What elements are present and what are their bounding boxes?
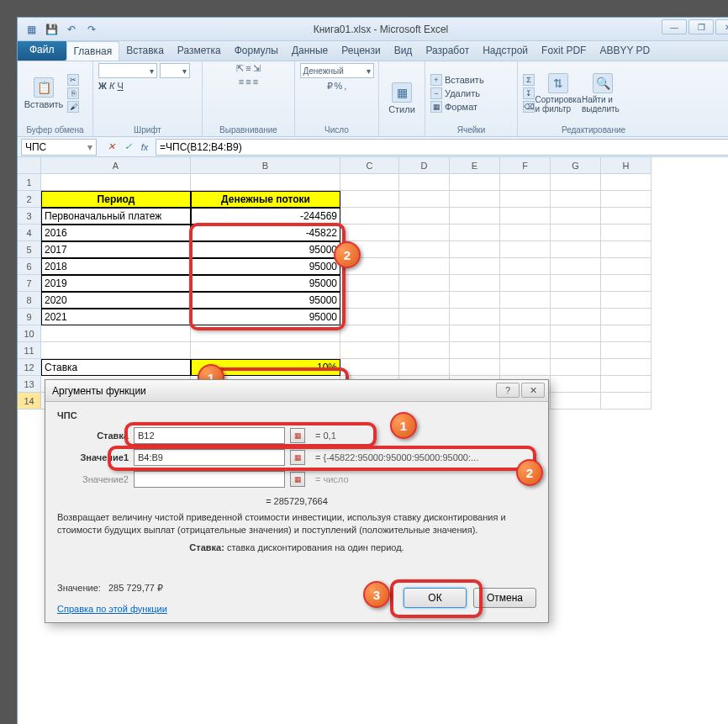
- col-header-C[interactable]: C: [340, 157, 399, 174]
- cell[interactable]: [601, 359, 652, 376]
- cell[interactable]: 95000: [191, 309, 340, 325]
- cell[interactable]: 95000: [191, 275, 340, 292]
- row-header-3[interactable]: 3: [18, 208, 41, 225]
- dialog-help-link[interactable]: Справка по этой функции: [57, 604, 167, 614]
- col-header-B[interactable]: B: [191, 157, 340, 174]
- cell[interactable]: [450, 241, 500, 258]
- cell[interactable]: [450, 342, 500, 359]
- row-header-2[interactable]: 2: [18, 191, 41, 208]
- cell[interactable]: [450, 275, 500, 292]
- cancel-button[interactable]: Отмена: [473, 588, 536, 608]
- col-header-A[interactable]: A: [41, 157, 191, 174]
- align-right-icon[interactable]: ≡: [253, 77, 258, 87]
- sort-filter-button[interactable]: ⇅Сортировка и фильтр: [537, 73, 579, 114]
- cell[interactable]: [399, 309, 450, 325]
- cell[interactable]: [601, 393, 652, 410]
- cell[interactable]: [551, 325, 601, 342]
- row-header-1[interactable]: 1: [18, 174, 41, 191]
- value1-picker-icon[interactable]: ▦: [290, 450, 305, 465]
- tab-data[interactable]: Данные: [285, 41, 335, 61]
- row-header-9[interactable]: 9: [18, 309, 41, 325]
- dialog-titlebar[interactable]: Аргументы функции ? ✕: [45, 380, 548, 402]
- cell[interactable]: -244569: [191, 208, 340, 225]
- fill-button[interactable]: ↧: [523, 87, 535, 99]
- cell[interactable]: [450, 359, 500, 376]
- font-size-combo[interactable]: ▾: [160, 63, 190, 78]
- close-button[interactable]: ✕: [715, 19, 728, 34]
- cell[interactable]: [500, 359, 551, 376]
- cell[interactable]: [601, 342, 652, 359]
- format-painter-button[interactable]: 🖌: [67, 101, 79, 113]
- cell[interactable]: [601, 241, 652, 258]
- value2-picker-icon[interactable]: ▦: [290, 472, 305, 487]
- copy-button[interactable]: ⎘: [67, 87, 79, 99]
- row-header-6[interactable]: 6: [18, 258, 41, 275]
- tab-home[interactable]: Главная: [66, 41, 120, 61]
- file-tab[interactable]: Файл: [18, 41, 66, 61]
- insert-cells-button[interactable]: +Вставить: [430, 74, 484, 86]
- currency-icon[interactable]: ₽: [327, 81, 333, 92]
- cell[interactable]: [399, 241, 450, 258]
- cell[interactable]: [450, 292, 500, 309]
- cell[interactable]: [450, 325, 500, 342]
- formula-input[interactable]: =ЧПС(B12;B4:B9): [156, 139, 728, 156]
- rate-label-cell[interactable]: Ставка: [41, 359, 191, 376]
- cell[interactable]: [399, 258, 450, 275]
- cell[interactable]: [551, 393, 601, 410]
- maximize-button[interactable]: ❐: [688, 19, 714, 34]
- cell[interactable]: [601, 292, 652, 309]
- cut-button[interactable]: ✂: [67, 74, 79, 86]
- col-header-H[interactable]: H: [601, 157, 652, 174]
- cell[interactable]: [191, 174, 340, 191]
- align-mid-icon[interactable]: ≡: [245, 63, 251, 74]
- cell[interactable]: [41, 342, 191, 359]
- cell[interactable]: 2021: [41, 309, 191, 325]
- cell[interactable]: [601, 275, 652, 292]
- col-header-G[interactable]: G: [551, 157, 601, 174]
- cell[interactable]: -45822: [191, 225, 340, 241]
- select-all-corner[interactable]: [18, 157, 41, 174]
- cell[interactable]: [500, 208, 551, 225]
- col-header-F[interactable]: F: [500, 157, 551, 174]
- cell[interactable]: [399, 275, 450, 292]
- cell[interactable]: [399, 359, 450, 376]
- cell[interactable]: [191, 342, 340, 359]
- minimize-button[interactable]: —: [662, 19, 687, 34]
- cell[interactable]: [340, 208, 399, 225]
- cell[interactable]: [399, 225, 450, 241]
- ok-button[interactable]: ОК: [404, 588, 467, 608]
- cancel-formula-icon[interactable]: ✕: [103, 140, 119, 155]
- cell[interactable]: [601, 225, 652, 241]
- value1-input[interactable]: B4:B9: [134, 449, 285, 466]
- row-header-14[interactable]: 14: [18, 393, 41, 410]
- cell[interactable]: 2018: [41, 258, 191, 275]
- cell[interactable]: [551, 225, 601, 241]
- cell[interactable]: [551, 342, 601, 359]
- cell[interactable]: [340, 225, 399, 241]
- cell[interactable]: [601, 325, 652, 342]
- rate-picker-icon[interactable]: ▦: [290, 428, 305, 443]
- align-bot-icon[interactable]: ⇲: [253, 63, 261, 74]
- dialog-close-button[interactable]: ✕: [521, 383, 545, 398]
- cell[interactable]: [601, 258, 652, 275]
- tab-developer[interactable]: Разработ: [419, 41, 476, 61]
- cell[interactable]: 95000: [191, 258, 340, 275]
- cell[interactable]: [340, 174, 399, 191]
- cell[interactable]: [340, 275, 399, 292]
- row-header-11[interactable]: 11: [18, 342, 41, 359]
- cell[interactable]: 2020: [41, 292, 191, 309]
- cell[interactable]: [601, 191, 652, 208]
- cell[interactable]: [340, 359, 399, 376]
- tab-foxit[interactable]: Foxit PDF: [535, 41, 593, 61]
- cell[interactable]: [450, 309, 500, 325]
- cell[interactable]: [500, 275, 551, 292]
- paste-button[interactable]: 📋Вставить: [23, 77, 65, 109]
- cell[interactable]: [500, 342, 551, 359]
- cell[interactable]: [41, 174, 191, 191]
- row-header-4[interactable]: 4: [18, 225, 41, 241]
- cell[interactable]: 95000: [191, 292, 340, 309]
- cell[interactable]: [551, 376, 601, 393]
- cell[interactable]: [601, 309, 652, 325]
- cell[interactable]: [551, 258, 601, 275]
- tab-formulas[interactable]: Формулы: [228, 41, 285, 61]
